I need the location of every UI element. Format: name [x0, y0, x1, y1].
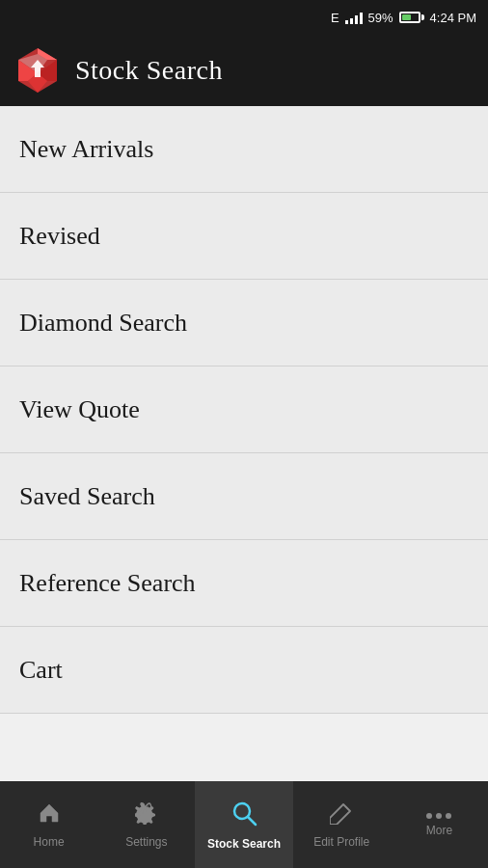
- menu-item-cart[interactable]: Cart: [0, 627, 488, 714]
- menu-list: New Arrivals Revised Diamond Search View…: [0, 106, 488, 714]
- network-indicator: E: [331, 11, 339, 25]
- edit-icon: [330, 801, 353, 830]
- menu-item-revised[interactable]: Revised: [0, 193, 488, 280]
- status-bar: E 59% 4:24 PM: [0, 0, 488, 35]
- menu-item-diamond-search[interactable]: Diamond Search: [0, 280, 488, 366]
- menu-item-new-arrivals[interactable]: New Arrivals: [0, 106, 488, 193]
- search-icon: [230, 800, 258, 832]
- battery-icon: [399, 12, 424, 23]
- nav-item-home[interactable]: Home: [0, 781, 97, 868]
- svg-line-8: [248, 817, 256, 825]
- nav-label-stock-search: Stock Search: [207, 837, 281, 851]
- signal-icon: [345, 11, 363, 24]
- app-logo: [14, 46, 62, 95]
- settings-icon: [135, 801, 158, 830]
- menu-item-reference-search[interactable]: Reference Search: [0, 540, 488, 627]
- nav-label-edit-profile: Edit Profile: [313, 835, 369, 849]
- nav-item-stock-search[interactable]: Stock Search: [195, 781, 292, 868]
- nav-label-settings: Settings: [125, 835, 167, 849]
- more-icon: [426, 813, 451, 819]
- menu-item-saved-search[interactable]: Saved Search: [0, 453, 488, 540]
- nav-label-more: More: [426, 824, 452, 837]
- time-display: 4:24 PM: [430, 11, 476, 25]
- home-icon: [38, 801, 61, 830]
- battery-percent: 59%: [368, 11, 393, 25]
- app-title: Stock Search: [75, 55, 223, 86]
- nav-label-home: Home: [34, 835, 65, 849]
- bottom-nav: Home Settings Stock Search: [0, 781, 488, 868]
- nav-item-edit-profile[interactable]: Edit Profile: [293, 781, 391, 868]
- app-header: Stock Search: [0, 35, 488, 106]
- menu-item-view-quote[interactable]: View Quote: [0, 366, 488, 453]
- nav-item-settings[interactable]: Settings: [97, 781, 195, 868]
- nav-item-more[interactable]: More: [391, 781, 488, 868]
